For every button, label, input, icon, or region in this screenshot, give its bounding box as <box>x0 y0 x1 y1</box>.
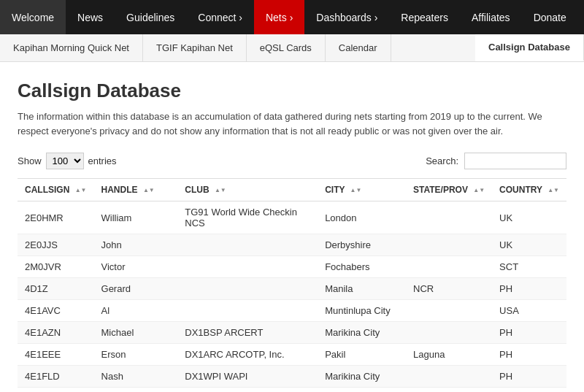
top-nav: Welcome News Guidelines Connect › Nets ›… <box>0 0 584 34</box>
col-header-handle[interactable]: HANDLE ▲▼ <box>94 179 178 201</box>
sort-arrows-country[interactable]: ▲▼ <box>548 188 559 193</box>
cell-callsign: 4D1Z <box>18 278 94 300</box>
cell-club: DX1WPI WAPI <box>177 388 318 393</box>
sub-nav: Kapihan Morning Quick Net TGIF Kapihan N… <box>0 34 584 62</box>
nav-guidelines[interactable]: Guidelines <box>115 0 186 34</box>
table-row: 4E1AVCAlMuntinlupa CityUSA <box>18 300 566 322</box>
subnav-tgif[interactable]: TGIF Kapihan Net <box>143 34 247 61</box>
cell-city: Pakil <box>318 344 406 366</box>
search-label: Search: <box>426 155 458 166</box>
nav-connect[interactable]: Connect › <box>186 0 254 34</box>
search-box: Search: <box>426 153 566 169</box>
table-header-row: CALLSIGN ▲▼ HANDLE ▲▼ CLUB ▲▼ CITY ▲▼ ST… <box>18 179 566 201</box>
cell-handle: Victor <box>94 256 178 278</box>
table-row: 2E0HMRWilliamTG91 World Wide Checkin NCS… <box>18 201 566 234</box>
cell-club <box>177 278 318 300</box>
cell-country: UK <box>492 201 566 234</box>
table-row: 4E1FLDNashDX1WPI WAPIMarikina CityPH <box>18 366 566 388</box>
subnav-callsign-database[interactable]: Callsign Database <box>475 34 584 61</box>
cell-handle: John <box>94 234 178 256</box>
cell-city: Manila <box>318 278 406 300</box>
col-header-country[interactable]: COUNTRY ▲▼ <box>492 179 566 201</box>
cell-country: PH <box>492 388 566 393</box>
cell-club <box>177 256 318 278</box>
sort-arrows-callsign[interactable]: ▲▼ <box>75 188 87 193</box>
nav-donate[interactable]: Donate <box>522 0 578 34</box>
cell-state <box>406 256 492 278</box>
cell-state <box>406 322 492 344</box>
cell-city: Marikina City <box>318 322 406 344</box>
cell-handle: Ronnie <box>94 388 178 393</box>
subnav-calendar[interactable]: Calendar <box>326 34 391 61</box>
cell-handle: Al <box>94 300 178 322</box>
page-title: Callsign Database <box>18 80 566 102</box>
cell-callsign: 2E0JJS <box>18 234 94 256</box>
cell-callsign: 4E1FLD <box>18 366 94 388</box>
main-content: Callsign Database The information within… <box>0 62 584 392</box>
nav-news[interactable]: News <box>66 0 115 34</box>
col-header-city[interactable]: CITY ▲▼ <box>318 179 406 201</box>
entries-select[interactable]: 10 25 50 100 <box>46 153 84 169</box>
data-table: CALLSIGN ▲▼ HANDLE ▲▼ CLUB ▲▼ CITY ▲▼ ST… <box>18 178 566 392</box>
cell-country: UK <box>492 234 566 256</box>
cell-state <box>406 388 492 393</box>
nav-repeaters[interactable]: Repeaters <box>389 0 460 34</box>
cell-callsign: 4E1EEE <box>18 344 94 366</box>
nav-affiliates[interactable]: Affiliates <box>460 0 522 34</box>
cell-country: PH <box>492 366 566 388</box>
cell-callsign: 4E1AVC <box>18 300 94 322</box>
cell-handle: William <box>94 201 178 234</box>
show-entries: Show 10 25 50 100 entries <box>18 153 117 169</box>
col-header-state[interactable]: STATE/PROV ▲▼ <box>406 179 492 201</box>
sort-arrows-club[interactable]: ▲▼ <box>215 188 226 193</box>
cell-state <box>406 201 492 234</box>
cell-city: Las Pinas <box>318 388 406 393</box>
table-body: 2E0HMRWilliamTG91 World Wide Checkin NCS… <box>18 201 566 393</box>
cell-club: DX1WPI WAPI <box>177 366 318 388</box>
cell-state <box>406 366 492 388</box>
sort-arrows-state[interactable]: ▲▼ <box>473 188 485 193</box>
cell-callsign: 4E1H <box>18 388 94 393</box>
cell-state <box>406 300 492 322</box>
cell-city: London <box>318 201 406 234</box>
subnav-kapihan-morning[interactable]: Kapihan Morning Quick Net <box>0 34 143 61</box>
cell-callsign: 4E1AZN <box>18 322 94 344</box>
cell-club: DX1ARC ARCOTP, Inc. <box>177 344 318 366</box>
cell-club <box>177 234 318 256</box>
table-row: 4D1ZGerardManilaNCRPH <box>18 278 566 300</box>
nav-dashboards[interactable]: Dashboards › <box>304 0 389 34</box>
cell-city: Fochabers <box>318 256 406 278</box>
cell-city: Derbyshire <box>318 234 406 256</box>
cell-callsign: 2E0HMR <box>18 201 94 234</box>
cell-handle: Michael <box>94 322 178 344</box>
cell-state: NCR <box>406 278 492 300</box>
cell-country: PH <box>492 344 566 366</box>
col-header-club[interactable]: CLUB ▲▼ <box>177 179 318 201</box>
cell-state <box>406 234 492 256</box>
page-description: The information within this database is … <box>18 109 566 138</box>
cell-club <box>177 300 318 322</box>
table-row: 4E1AZNMichaelDX1BSP ARCERTMarikina CityP… <box>18 322 566 344</box>
cell-country: SCT <box>492 256 566 278</box>
cell-city: Muntinlupa City <box>318 300 406 322</box>
cell-country: USA <box>492 300 566 322</box>
subnav-eqsl[interactable]: eQSL Cards <box>247 34 326 61</box>
cell-club: DX1BSP ARCERT <box>177 322 318 344</box>
sort-arrows-handle[interactable]: ▲▼ <box>143 188 155 193</box>
cell-handle: Gerard <box>94 278 178 300</box>
entries-label: entries <box>88 155 117 166</box>
search-input[interactable] <box>464 153 566 169</box>
table-row: 2E0JJSJohnDerbyshireUK <box>18 234 566 256</box>
show-label: Show <box>18 155 42 166</box>
nav-nets[interactable]: Nets › <box>254 0 304 34</box>
cell-city: Marikina City <box>318 366 406 388</box>
table-row: 4E1HRonnieDX1WPI WAPILas PinasPH <box>18 388 566 393</box>
cell-club: TG91 World Wide Checkin NCS <box>177 201 318 234</box>
cell-handle: Nash <box>94 366 178 388</box>
cell-callsign: 2M0JVR <box>18 256 94 278</box>
table-row: 4E1EEEErsonDX1ARC ARCOTP, Inc.PakilLagun… <box>18 344 566 366</box>
col-header-callsign[interactable]: CALLSIGN ▲▼ <box>18 179 94 201</box>
nav-welcome[interactable]: Welcome <box>0 0 66 34</box>
cell-country: PH <box>492 278 566 300</box>
sort-arrows-city[interactable]: ▲▼ <box>350 188 362 193</box>
